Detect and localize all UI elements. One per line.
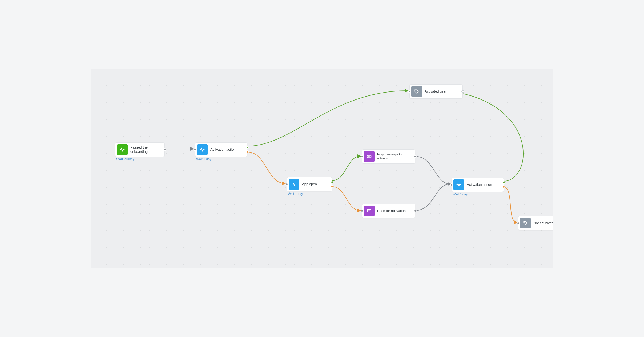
- pulse-icon: [453, 179, 464, 190]
- input-port[interactable]: [408, 90, 411, 93]
- input-port[interactable]: [361, 155, 363, 158]
- message-icon: [364, 206, 375, 216]
- output-port-false[interactable]: [502, 186, 505, 188]
- svg-rect-1: [367, 209, 371, 212]
- output-port-true[interactable]: [331, 181, 333, 183]
- ticket-icon: [364, 151, 375, 162]
- pulse-icon: [117, 144, 128, 155]
- input-port[interactable]: [194, 148, 196, 151]
- node-caption: Start journey: [116, 157, 134, 161]
- node-label: Activation action: [210, 147, 236, 152]
- node-caption: Wait 1 day: [453, 192, 468, 196]
- node-label: Activation action: [467, 183, 492, 187]
- output-port-unused[interactable]: [461, 90, 464, 93]
- input-port[interactable]: [285, 183, 288, 186]
- flow-canvas[interactable]: Passed the onboarding Start journey Acti…: [91, 69, 553, 268]
- node-push[interactable]: Push for activation: [362, 204, 415, 218]
- output-port-false[interactable]: [331, 185, 333, 188]
- input-port[interactable]: [450, 183, 453, 186]
- tag-icon: [520, 218, 531, 228]
- node-label: Activated user: [425, 89, 446, 94]
- node-label: Push for activation: [377, 209, 406, 213]
- node-activation-1[interactable]: Activation action: [195, 142, 247, 157]
- node-not-activated[interactable]: Not activated: [518, 216, 553, 230]
- svg-point-2: [416, 90, 416, 91]
- tag-icon: [411, 86, 422, 97]
- output-port-true[interactable]: [502, 181, 505, 184]
- page-outer: Passed the onboarding Start journey Acti…: [0, 0, 644, 337]
- node-label: App open: [302, 182, 317, 186]
- output-port-false[interactable]: [246, 150, 249, 153]
- node-label: Not activated: [533, 221, 553, 225]
- pulse-icon: [197, 144, 208, 155]
- node-inapp-message[interactable]: In-app message for activation: [362, 149, 415, 164]
- node-label: In-app message for activation: [377, 153, 409, 160]
- node-start[interactable]: Passed the onboarding: [115, 142, 165, 157]
- node-activation-2[interactable]: Activation action: [452, 178, 504, 192]
- edges-layer: [91, 69, 553, 268]
- svg-point-3: [524, 222, 525, 223]
- input-port[interactable]: [361, 210, 363, 212]
- node-caption: Wait 1 day: [288, 192, 303, 196]
- output-port[interactable]: [414, 210, 417, 212]
- node-caption: Wait 1 day: [196, 157, 211, 161]
- output-port[interactable]: [414, 155, 417, 158]
- node-label: Passed the onboarding: [130, 145, 162, 154]
- input-port[interactable]: [517, 222, 520, 224]
- pulse-icon: [289, 179, 299, 190]
- node-app-open[interactable]: App open: [287, 177, 332, 191]
- output-port[interactable]: [163, 148, 166, 151]
- output-port-true[interactable]: [246, 146, 249, 149]
- node-activated[interactable]: Activated user: [409, 84, 463, 99]
